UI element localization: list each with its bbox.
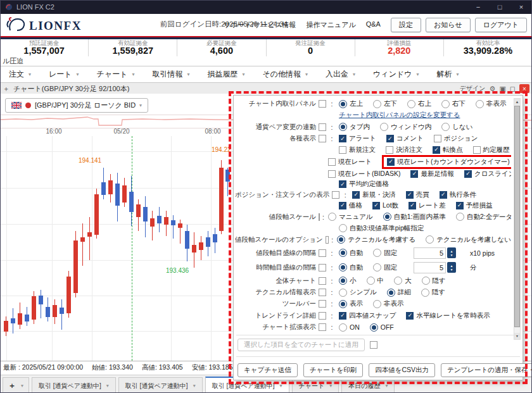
check-option[interactable]: ✓コメント [386, 134, 424, 143]
check-option[interactable]: ✓予想損益 [456, 201, 493, 210]
radio-option[interactable]: 左下 [373, 99, 397, 108]
menu-item[interactable]: 解析▾ [428, 69, 468, 80]
spin-option[interactable]: 5▲▼ [414, 262, 456, 273]
menu-item[interactable]: 入出金▾ [317, 69, 364, 80]
row-select-checkbox[interactable] [319, 300, 326, 308]
radio-option[interactable]: シンプル [339, 288, 377, 297]
radio-option[interactable]: 固定 [373, 249, 397, 258]
header-button[interactable]: 設定 [391, 18, 421, 32]
radio-option[interactable]: テクニカルを考慮しない [426, 235, 511, 244]
tab[interactable]: 取引 [通貨ペア連動中]▾ [32, 377, 116, 393]
radio-option[interactable]: 固定 [373, 263, 397, 272]
scroll-down-icon[interactable]: ▼ [514, 333, 520, 339]
radio-option[interactable]: 隠す [422, 277, 446, 285]
menu-item[interactable]: 取引情報▾ [143, 69, 198, 80]
check-option[interactable]: 新規注文 [339, 146, 376, 154]
spinner-buttons[interactable]: ▲▼ [447, 262, 456, 273]
row-select-checkbox[interactable] [319, 289, 326, 296]
check-option[interactable]: ✓執行条件 [440, 190, 476, 199]
radio-option[interactable]: しない [441, 123, 472, 132]
apply-checkbox[interactable] [370, 341, 377, 349]
radio-option[interactable]: 右下 [441, 99, 466, 108]
panel-scrollbar[interactable]: ▲ ▼ [514, 98, 521, 340]
check-option[interactable]: 決済注文 [386, 146, 422, 154]
maximize-button[interactable]: □ [489, 0, 510, 14]
radio-option[interactable]: 自動3:現値基準pip幅指定 [339, 224, 424, 233]
radio-option[interactable]: 自動1:画面内基準 [383, 213, 446, 221]
check-option[interactable]: ✓新規・決済 [352, 190, 396, 199]
radio-option[interactable]: 大 [394, 277, 412, 285]
scroll-up-icon[interactable]: ▲ [514, 99, 520, 105]
check-option[interactable]: ✓レート差 [408, 201, 446, 210]
radio-option[interactable]: ON [339, 323, 360, 332]
check-option[interactable]: ✓四本値スナップ [339, 311, 396, 320]
radio-option[interactable]: 隠す [421, 288, 445, 297]
check-option[interactable]: ✓Lot数 [372, 201, 398, 210]
pair-selector[interactable]: [GBP/JPY] 30分足 ローソク BID ▾ [5, 98, 148, 113]
radio-option[interactable]: タブ内 [339, 123, 370, 132]
apply-to-all-charts-button[interactable]: 選択した項目を全てのチャートに適用 [238, 339, 365, 351]
check-option[interactable]: 約定履歴 [473, 146, 510, 154]
menu-item[interactable]: チャート▾ [88, 69, 144, 80]
panel-footer-button[interactable]: キャプチャ送信 [238, 363, 298, 377]
minimize-button[interactable]: − [467, 0, 489, 14]
row-select-checkbox[interactable] [319, 249, 326, 257]
row-select-checkbox[interactable] [319, 277, 326, 285]
spin-value[interactable]: 5 [414, 262, 446, 273]
header-button[interactable]: ログアウト [475, 18, 527, 32]
radio-option[interactable]: 自動 [339, 249, 363, 258]
radio-option[interactable]: テクニカルを考慮する [337, 235, 415, 244]
spin-value[interactable]: 5 [414, 247, 446, 259]
radio-option[interactable]: OFF [370, 323, 394, 332]
check-option[interactable]: ✓水平線レートを常時表示 [406, 311, 490, 320]
settings-link[interactable]: チャート内取引パネルの設定を変更する [339, 111, 460, 120]
tab[interactable]: 取引 [通貨ペア連動中]▾ [118, 377, 203, 393]
row-select-checkbox[interactable] [319, 264, 326, 271]
check-option[interactable]: ✓売買 [406, 190, 429, 199]
menu-item[interactable]: 損益履歴▾ [198, 69, 253, 80]
panel-footer-button[interactable]: チャートを印刷 [303, 363, 363, 377]
close-button[interactable]: × [510, 0, 532, 14]
radio-option[interactable]: 右上 [407, 99, 431, 108]
row-select-checkbox[interactable] [326, 236, 329, 244]
menu-item[interactable]: 注文▾ [0, 69, 40, 80]
spin-option[interactable]: 5▲▼ [414, 247, 456, 259]
row-select-checkbox[interactable] [332, 191, 339, 199]
radio-option[interactable]: 表示 [339, 299, 363, 308]
spinner-buttons[interactable]: ▲▼ [447, 247, 456, 258]
radio-option[interactable]: 自動2:全データ基準 [456, 213, 511, 221]
row-select-checkbox[interactable] [319, 213, 320, 221]
check-option[interactable]: ✓価格 [339, 201, 362, 210]
radio-option[interactable]: 詳細 [387, 288, 411, 297]
panel-footer-button[interactable]: テンプレートの適用・保存・管理 [441, 363, 532, 377]
row-select-checkbox[interactable] [319, 100, 326, 108]
header-link[interactable]: Q&A [366, 20, 381, 30]
radio-option[interactable]: 中 [367, 277, 384, 285]
panel-footer-button[interactable]: 四本値をCSV出力 [369, 363, 435, 377]
menu-item[interactable]: ウィンドウ▾ [364, 69, 428, 80]
radio-option[interactable]: 左上 [339, 99, 363, 108]
row-select-checkbox[interactable] [319, 323, 326, 331]
header-link[interactable]: サポート/サービス情報 [224, 20, 296, 30]
row-select-checkbox[interactable] [319, 312, 326, 320]
menu-item[interactable]: その他情報▾ [253, 69, 317, 80]
check-option[interactable]: ✓最新足情報 [410, 170, 454, 178]
check-option[interactable]: ✓平均約定価格 [339, 180, 389, 189]
radio-option[interactable]: 非表示 [373, 299, 404, 308]
check-option[interactable]: ポジション [434, 134, 478, 143]
radio-option[interactable]: 非表示 [476, 99, 507, 108]
check-option[interactable]: 現在レート(BIDASK) [328, 170, 401, 178]
menu-item[interactable]: レート▾ [40, 69, 88, 80]
radio-option[interactable]: 小 [339, 277, 357, 285]
check-option[interactable]: ✓アラート [339, 134, 376, 143]
add-tab-button[interactable]: ＋▾ [3, 377, 29, 393]
check-option[interactable]: ✓転換点 [433, 146, 463, 154]
check-option[interactable]: ✓クロスライン情報 [464, 170, 511, 178]
header-link[interactable]: 操作マニュアル [306, 20, 355, 30]
check-option[interactable]: ✓現在レート(カウントダウンタイマー) [387, 158, 510, 166]
radio-option[interactable]: ウィンドウ内 [380, 123, 431, 132]
header-button[interactable]: お知らせ [426, 18, 471, 32]
check-option[interactable]: 現在レート [328, 158, 372, 166]
row-select-checkbox[interactable] [319, 123, 326, 131]
scrollbar-thumb[interactable] [514, 106, 520, 327]
